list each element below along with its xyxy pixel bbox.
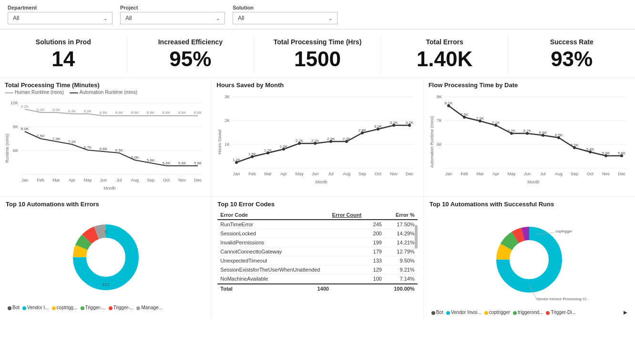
svg-text:5.6K: 5.6K: [602, 151, 610, 155]
flow-processing-title: Flow Processing Time by Date: [429, 81, 630, 89]
svg-text:Nov: Nov: [602, 172, 610, 176]
svg-text:6.7K: 6.7K: [507, 129, 515, 133]
total-pct: 100.00%: [332, 284, 418, 293]
svg-text:Apr: Apr: [492, 172, 499, 176]
scroll-indicator[interactable]: [415, 225, 418, 249]
svg-text:Jul: Jul: [116, 178, 122, 182]
total-processing-title: Total Processing Time (Minutes): [5, 81, 206, 89]
project-label: Project: [120, 5, 225, 10]
project-select[interactable]: All ⌄: [120, 12, 225, 24]
svg-text:Month: Month: [527, 180, 539, 184]
svg-text:Month: Month: [103, 186, 115, 191]
svg-text:Jun: Jun: [100, 178, 107, 182]
department-value: All: [13, 15, 19, 21]
solution-value: All: [238, 15, 244, 21]
solution-select[interactable]: All ⌄: [233, 12, 338, 24]
kpi-errors-value: 1.40K: [387, 48, 502, 71]
svg-text:Aug: Aug: [131, 178, 139, 182]
svg-text:412: 412: [102, 282, 109, 287]
error-codes-panel: Top 10 Error Codes Error Code Error Coun…: [212, 197, 423, 319]
svg-text:8.0K: 8.0K: [21, 127, 29, 131]
svg-text:Sep: Sep: [571, 172, 578, 176]
svg-text:7K: 7K: [437, 118, 442, 123]
svg-text:8.1K: 8.1K: [444, 101, 452, 105]
svg-text:May: May: [507, 172, 516, 176]
svg-text:2.2K: 2.2K: [296, 139, 304, 143]
department-filter-group: Department All ⌄: [8, 5, 113, 24]
svg-text:7.1K: 7.1K: [68, 140, 76, 144]
svg-point-140: [88, 239, 124, 275]
errors-donut-chart: 5 412: [39, 210, 173, 305]
svg-text:6.6K: 6.6K: [539, 131, 547, 135]
svg-text:2.2K: 2.2K: [311, 139, 319, 143]
solution-chevron: ⌄: [328, 16, 332, 21]
svg-text:6.7K: 6.7K: [84, 145, 92, 150]
success-donut-title: Top 10 Automations with Successful Runs: [430, 201, 629, 208]
svg-text:Jun: Jun: [523, 172, 531, 176]
svg-text:Oct: Oct: [587, 172, 594, 176]
errors-donut-title: Top 10 Automations with Errors: [6, 201, 205, 208]
svg-text:Dec: Dec: [194, 178, 202, 182]
svg-text:Automation Runtime (mins): Automation Runtime (mins): [430, 116, 434, 168]
kpi-efficiency-value: 95%: [133, 48, 248, 71]
flow-line: [449, 106, 622, 156]
svg-text:Mar: Mar: [265, 172, 272, 176]
kpi-processing-title: Total Processing Time (Hrs): [260, 38, 375, 46]
svg-text:2.3K: 2.3K: [327, 137, 335, 141]
department-select[interactable]: All ⌄: [8, 12, 113, 24]
total-processing-chart: 10K 8K 6K Runtime (mins) 9.2K: [5, 96, 205, 191]
automation-line: [25, 131, 198, 166]
svg-text:Apr: Apr: [69, 178, 75, 182]
svg-text:3.2K: 3.2K: [390, 121, 398, 125]
svg-text:6K: 6K: [437, 142, 442, 147]
kpi-solutions: Solutions in Prod 14: [0, 35, 127, 73]
kpi-efficiency-title: Increased Efficiency: [133, 38, 248, 46]
svg-text:May: May: [83, 178, 92, 182]
svg-text:8.8K: 8.8K: [147, 111, 155, 115]
svg-text:2K: 2K: [225, 118, 230, 123]
svg-text:Nov: Nov: [178, 178, 186, 182]
svg-text:9.0K: 9.0K: [52, 108, 61, 112]
svg-text:Jun: Jun: [312, 172, 319, 176]
errors-donut-panel: Top 10 Automations with Errors: [0, 197, 212, 319]
svg-text:Jul: Jul: [540, 172, 546, 176]
col-error-count: Error Count: [289, 211, 365, 220]
svg-text:Aug: Aug: [343, 172, 350, 176]
kpi-solutions-value: 14: [6, 48, 121, 71]
kpi-processing: Total Processing Time (Hrs) 1500: [254, 35, 381, 73]
kpi-processing-value: 1500: [260, 48, 375, 71]
kpi-errors-title: Total Errors: [387, 38, 502, 46]
svg-text:9.2K: 9.2K: [21, 104, 29, 109]
svg-text:6.5K: 6.5K: [554, 133, 563, 137]
hours-saved-panel: Hours Saved by Month 3K 2K 1K Hours Save…: [212, 78, 423, 196]
hours-saved-title: Hours Saved by Month: [216, 81, 418, 89]
svg-text:1.9K: 1.9K: [280, 144, 288, 149]
human-line: [25, 109, 198, 116]
success-donut-chart: coptrigger Vendor Invoice Processing Cl.…: [462, 210, 596, 310]
kpi-efficiency: Increased Efficiency 95%: [127, 35, 255, 73]
svg-text:5.8K: 5.8K: [586, 147, 594, 152]
svg-text:10K: 10K: [10, 101, 18, 105]
svg-text:8K: 8K: [13, 124, 18, 129]
kpi-success: Success Rate 93%: [508, 35, 635, 73]
project-value: All: [125, 15, 132, 21]
hours-saved-chart: 3K 2K 1K Hours Saved: [216, 90, 417, 190]
svg-text:2.8K: 2.8K: [358, 128, 367, 132]
svg-text:5.6K: 5.6K: [163, 161, 171, 165]
svg-text:1.7K: 1.7K: [264, 148, 272, 152]
svg-text:8.8K: 8.8K: [100, 111, 108, 115]
svg-text:2.3K: 2.3K: [343, 137, 351, 141]
svg-text:Mar: Mar: [476, 172, 484, 176]
table-row: InvalidPermissions19914.21%: [217, 238, 417, 247]
svg-text:7.3K: 7.3K: [476, 116, 484, 121]
svg-text:7.3K: 7.3K: [52, 137, 61, 141]
error-codes-body: RunTimeError24517.50%SessionLocked20014.…: [217, 220, 417, 283]
svg-text:7.5K: 7.5K: [460, 112, 468, 117]
col-error-pct: Error %: [364, 211, 417, 220]
svg-text:Vendor Invoice Processing Cl..: Vendor Invoice Processing Cl...: [536, 297, 589, 301]
svg-text:8.8K: 8.8K: [131, 111, 139, 115]
svg-text:8.9K: 8.9K: [84, 109, 92, 113]
svg-text:6.0K: 6.0K: [570, 143, 578, 147]
svg-text:6.5K: 6.5K: [115, 148, 123, 152]
total-label: Total: [217, 284, 275, 293]
